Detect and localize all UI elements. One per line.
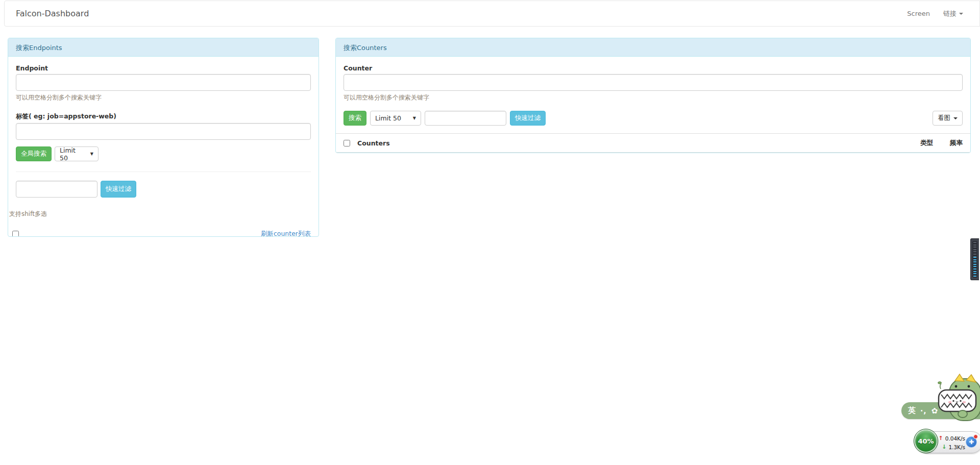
divider [16, 172, 311, 172]
counters-panel-title: 搜索Counters [336, 38, 970, 57]
counter-label: Counter [344, 64, 963, 72]
notification-dot [973, 434, 978, 439]
counter-search-button[interactable]: 搜索 [344, 111, 366, 126]
app-brand[interactable]: Falcon-Dashboard [16, 9, 89, 18]
endpoint-hint: 可以用空格分割多个搜索关键字 [16, 93, 311, 102]
counters-select-all-checkbox[interactable] [344, 140, 350, 146]
counters-panel: 搜索Counters Counter 可以用空格分割多个搜索关键字 搜索 Lim… [335, 38, 971, 153]
view-graph-dropdown-button[interactable]: 看图 [933, 111, 963, 126]
edge-widget-stripes-inactive [973, 242, 976, 257]
select-arrow-icon: ▼ [413, 116, 416, 120]
edge-docked-slider-widget[interactable] [970, 238, 979, 280]
falcon-dashboard-page: Falcon-Dashboard Screen 链接 搜索Endpoints E… [0, 0, 980, 465]
counter-filter-input[interactable] [425, 111, 506, 126]
endpoint-limit-value: Limit 50 [60, 146, 85, 162]
upload-speed-value: 0.04K/s [945, 435, 965, 442]
endpoint-filter-row: 快速过滤 [16, 181, 311, 198]
download-speed-value: 1.3K/s [948, 444, 965, 450]
refresh-counter-link[interactable]: 刷新counter列表 [261, 230, 311, 237]
counters-header: Counters [357, 139, 902, 147]
frequency-header: 频率 [933, 139, 963, 148]
nav-item-screen[interactable]: Screen [907, 10, 930, 17]
counter-hint: 可以用空格分割多个搜索关键字 [344, 93, 963, 102]
navbar-right: Screen 链接 [907, 9, 963, 18]
counter-input[interactable] [344, 74, 963, 91]
endpoint-select-all-checkbox[interactable] [12, 231, 19, 237]
tag-input[interactable] [16, 123, 311, 140]
shift-multiselect-hint: 支持shift多选 [9, 210, 311, 218]
download-arrow-icon: ↓ [942, 444, 946, 450]
global-search-button[interactable]: 全局搜索 [16, 146, 52, 161]
counters-table-header-row: Counters 类型 频率 [336, 134, 970, 153]
endpoint-label: Endpoint [16, 64, 311, 72]
endpoint-filter-input[interactable] [16, 181, 97, 198]
nav-links-label: 链接 [943, 9, 957, 18]
download-speed-row: ↓ 1.3K/s [940, 443, 965, 451]
ime-punctuation-indicator[interactable]: ·, [920, 407, 927, 415]
counter-limit-value: Limit 50 [375, 114, 401, 122]
edge-widget-track [972, 241, 977, 278]
caret-down-icon [953, 117, 958, 119]
counters-table: Counters 类型 频率 [336, 133, 970, 153]
endpoint-actions-row: 全局搜索 Limit 50 ▼ [16, 146, 311, 161]
memory-percent-ball[interactable]: 40% [914, 429, 938, 453]
view-graph-label: 看图 [938, 114, 950, 123]
caret-down-icon [959, 13, 963, 15]
edge-widget-stripes-active [973, 257, 976, 277]
endpoint-quick-filter-button[interactable]: 快速过滤 [101, 181, 136, 198]
counter-quick-filter-button[interactable]: 快速过滤 [510, 111, 546, 126]
memory-percent-value: 40% [918, 437, 934, 445]
endpoints-panel-body: Endpoint 可以用空格分割多个搜索关键字 标签( eg: job=apps… [8, 57, 318, 237]
upload-speed-row: ↑ 0.04K/s [940, 434, 965, 443]
endpoints-panel: 搜索Endpoints Endpoint 可以用空格分割多个搜索关键字 标签( … [8, 38, 319, 237]
tag-label: 标签( eg: job=appstore-web) [16, 112, 311, 121]
counter-limit-select[interactable]: Limit 50 ▼ [370, 111, 421, 126]
navbar: Falcon-Dashboard Screen 链接 [4, 1, 980, 27]
nav-item-links-dropdown[interactable]: 链接 [943, 9, 963, 18]
endpoints-panel-title: 搜索Endpoints [8, 38, 318, 57]
nav-screen-label: Screen [907, 10, 930, 17]
counter-actions-row: 搜索 Limit 50 ▼ 快速过滤 看图 [344, 111, 963, 126]
endpoint-input[interactable] [16, 74, 311, 91]
ime-language-mode[interactable]: 英 [908, 406, 916, 415]
select-arrow-icon: ▼ [90, 152, 93, 156]
type-header: 类型 [902, 139, 933, 148]
dino-mascot [936, 373, 980, 422]
endpoint-limit-select[interactable]: Limit 50 ▼ [55, 146, 99, 161]
upload-arrow-icon: ↑ [939, 435, 943, 442]
endpoint-bottom-row: 刷新counter列表 [12, 230, 311, 237]
counters-panel-body: Counter 可以用空格分割多个搜索关键字 搜索 Limit 50 ▼ 快速过… [336, 57, 970, 153]
network-speed-stats: ↑ 0.04K/s ↓ 1.3K/s [940, 434, 965, 451]
